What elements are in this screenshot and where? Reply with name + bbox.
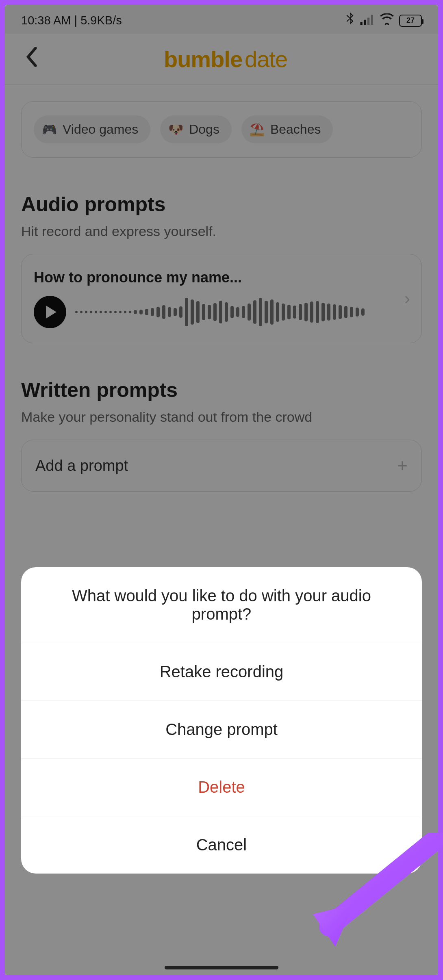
delete-option[interactable]: Delete: [21, 759, 422, 816]
dialog-title: What would you like to do with your audi…: [21, 567, 422, 643]
modal-overlay[interactable]: What would you like to do with your audi…: [5, 5, 438, 975]
action-sheet: What would you like to do with your audi…: [21, 567, 422, 874]
home-indicator[interactable]: [165, 966, 278, 969]
cancel-option[interactable]: Cancel: [21, 816, 422, 874]
retake-recording-option[interactable]: Retake recording: [21, 643, 422, 701]
change-prompt-option[interactable]: Change prompt: [21, 701, 422, 759]
